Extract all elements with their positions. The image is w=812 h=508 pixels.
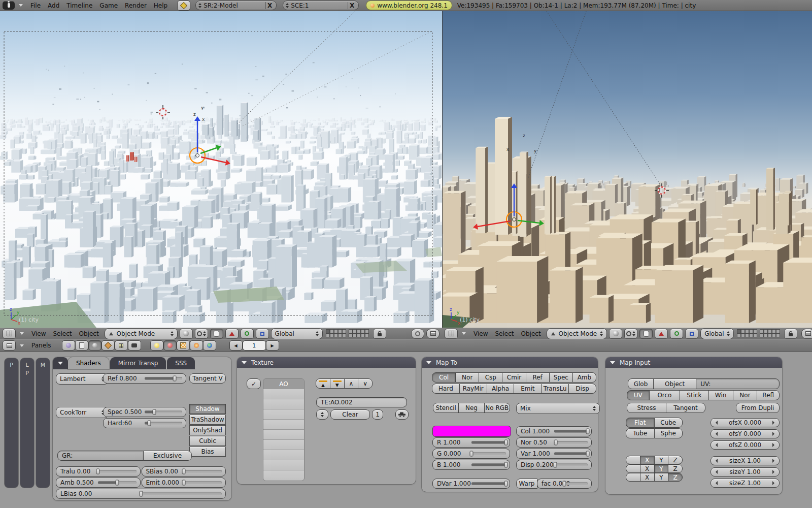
logic-context-button[interactable] xyxy=(62,340,75,351)
layer-toggle[interactable] xyxy=(326,329,330,333)
viewport-menu[interactable]: Object xyxy=(76,330,103,337)
texture-channel[interactable] xyxy=(263,450,304,460)
slider-disp[interactable]: Disp 0.200 xyxy=(516,460,592,470)
tab-mirror-transp[interactable]: Mirror Transp xyxy=(110,357,166,369)
number-field-sizex[interactable]: sizeX 1.00 xyxy=(710,456,780,465)
render-this-window-button[interactable] xyxy=(426,329,439,339)
layer-toggle[interactable] xyxy=(772,329,776,333)
coord-toggle[interactable]: Object xyxy=(653,378,696,389)
rotate-manipulator-button[interactable] xyxy=(241,329,254,339)
increment-arrow-icon[interactable] xyxy=(772,432,776,436)
slider-ref[interactable]: Ref 0.800 xyxy=(103,373,186,384)
layer-toggle[interactable] xyxy=(361,329,365,333)
editing-context-button[interactable] xyxy=(115,340,128,351)
screen-browse-icon[interactable] xyxy=(177,1,190,11)
layer-toggle[interactable] xyxy=(737,329,741,333)
world-buttons-button[interactable] xyxy=(203,340,216,351)
coord-toggle[interactable]: Refl xyxy=(757,390,780,400)
slider-nor[interactable]: Nor 0.50 xyxy=(516,437,592,448)
map-to-panel-header[interactable]: Map To xyxy=(422,357,598,368)
projection-toggle[interactable]: Cube xyxy=(654,418,683,428)
axis-toggle-z[interactable]: Z xyxy=(668,456,683,464)
scale-manipulator-button[interactable] xyxy=(685,329,698,339)
increment-arrow-icon[interactable] xyxy=(772,421,776,425)
projection-toggle[interactable]: Tube xyxy=(626,428,655,438)
layer-toggle[interactable] xyxy=(745,333,749,337)
frame-next-button[interactable]: ▶ xyxy=(266,340,279,351)
decrement-arrow-icon[interactable] xyxy=(714,470,718,474)
viewport-menu[interactable]: View xyxy=(28,330,49,337)
layer-toggle[interactable] xyxy=(365,333,369,337)
axis-toggle-z[interactable]: Z xyxy=(668,464,683,473)
layer-toggle[interactable] xyxy=(741,329,745,333)
topbar-menu[interactable]: Help xyxy=(150,2,171,9)
slider-sbias[interactable]: SBias 0.00 xyxy=(142,466,226,477)
layer-toggle[interactable] xyxy=(764,329,768,333)
vertical-tab-letter[interactable]: L xyxy=(25,362,28,368)
layer-toggle[interactable] xyxy=(753,333,757,337)
coord-toggle[interactable]: Nor xyxy=(733,390,758,400)
layer-toggle[interactable] xyxy=(768,329,772,333)
lock-layers-button[interactable] xyxy=(373,329,386,339)
texture-channel[interactable] xyxy=(263,430,304,440)
map-to-channel-toggle[interactable]: Spec xyxy=(549,372,573,383)
collapsed-panel-tab-links[interactable]: LP xyxy=(20,358,34,488)
viewport-menu[interactable]: View xyxy=(470,330,491,337)
texture-channel[interactable] xyxy=(263,399,304,409)
layer-toggle[interactable] xyxy=(776,329,780,333)
texture-move-bottom-button[interactable]: ▼ xyxy=(330,378,345,389)
transform-orientation-dropdown[interactable]: Global xyxy=(271,328,323,339)
exclusive-toggle[interactable]: Exclusive xyxy=(143,451,192,461)
viewport-left[interactable]: zyxzyx(1) city xyxy=(0,11,443,328)
map-to-channel-toggle[interactable]: Csp xyxy=(479,372,502,383)
vertical-tab-letter[interactable]: P xyxy=(10,362,13,368)
proportional-edit-button[interactable] xyxy=(411,329,424,339)
layer-toggle[interactable] xyxy=(330,333,334,337)
frame-prev-button[interactable]: ◀ xyxy=(229,340,243,351)
blend-mode-dropdown[interactable]: Mix xyxy=(516,403,600,414)
scene-context-button[interactable] xyxy=(128,340,141,351)
radiosity-buttons-button[interactable] xyxy=(190,340,203,351)
mode-dropdown[interactable]: Object Mode xyxy=(105,328,178,339)
viewport-menu[interactable]: Object xyxy=(518,330,545,337)
lock-layers-button[interactable] xyxy=(784,329,797,339)
increment-arrow-icon[interactable] xyxy=(772,443,776,447)
layer-toggle[interactable] xyxy=(760,333,764,337)
layer-toggle[interactable] xyxy=(349,329,353,333)
warp-toggle[interactable]: Warp xyxy=(516,479,537,489)
collapsed-panel-tab-material[interactable]: M xyxy=(36,358,50,488)
shadow-toggle[interactable]: TraShadow xyxy=(189,415,226,425)
projection-toggle[interactable]: Flat xyxy=(626,418,655,428)
layer-toggle[interactable] xyxy=(749,329,753,333)
uv-layer-field[interactable]: UV: xyxy=(696,378,780,389)
slider-hard[interactable]: Hard:60 xyxy=(103,418,186,428)
layer-toggle[interactable] xyxy=(334,333,338,337)
slider-col[interactable]: Col 1.000 xyxy=(516,426,592,436)
layer-buttons[interactable] xyxy=(737,330,781,338)
panels-menu[interactable]: Panels xyxy=(28,342,55,349)
mode-dropdown[interactable]: Object Mode xyxy=(547,328,607,339)
texture-channel[interactable] xyxy=(263,409,304,420)
map-to-channel-toggle[interactable]: TransLu xyxy=(541,384,569,394)
map-to-modifier-toggle[interactable]: Stencil xyxy=(433,403,459,413)
slider-lbias[interactable]: LBias 0.00 xyxy=(56,489,226,499)
layer-toggle[interactable] xyxy=(760,329,764,333)
viewport-menu[interactable]: Select xyxy=(49,330,75,337)
object-context-button[interactable] xyxy=(101,340,115,351)
render-this-window-button[interactable] xyxy=(801,329,812,339)
texture-channel[interactable] xyxy=(263,389,304,399)
vertical-tab-letter[interactable]: M xyxy=(41,362,46,368)
topbar-menu[interactable]: Timeline xyxy=(63,2,96,9)
projection-toggle[interactable]: Sphe xyxy=(654,428,683,438)
layer-toggle[interactable] xyxy=(334,329,338,333)
slider-amb[interactable]: Amb 0.500 xyxy=(56,478,141,488)
increment-arrow-icon[interactable] xyxy=(772,470,776,474)
layer-toggle[interactable] xyxy=(330,329,334,333)
decrement-arrow-icon[interactable] xyxy=(714,421,718,425)
texture-name-field[interactable]: TE:AO.002 xyxy=(316,397,407,407)
layer-toggle[interactable] xyxy=(357,329,361,333)
texture-color-swatch[interactable] xyxy=(432,426,511,437)
map-to-channel-toggle[interactable]: Alpha xyxy=(487,384,515,394)
texture-channel[interactable] xyxy=(263,470,304,481)
script-context-button[interactable] xyxy=(75,340,88,351)
